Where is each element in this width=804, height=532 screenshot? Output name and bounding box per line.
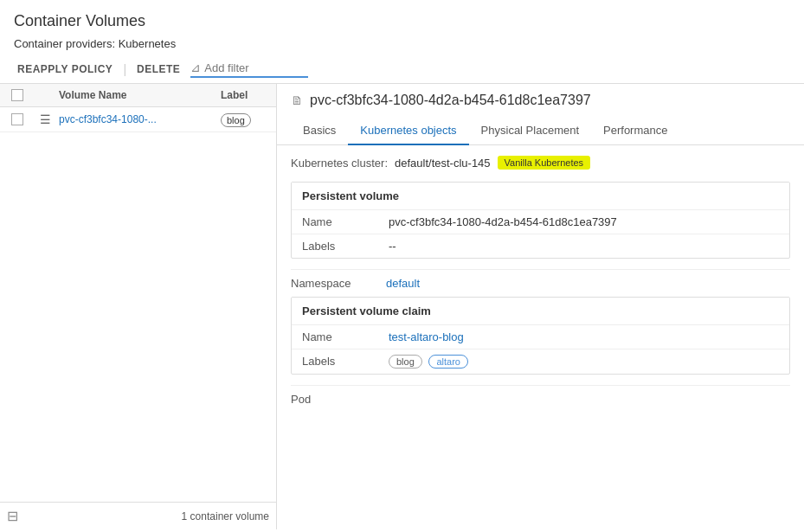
detail-title: 🗎 pvc-cf3bfc34-1080-4d2a-b454-61d8c1ea73… bbox=[291, 93, 790, 108]
table-row[interactable]: ☰ pvc-cf3bfc34-1080-... blog bbox=[0, 107, 276, 132]
pvc-title: Persistent volume claim bbox=[292, 298, 789, 324]
filter-icon: ⊿ bbox=[190, 61, 201, 74]
tag-blog: blog bbox=[389, 355, 422, 369]
breadcrumb-value: Kubernetes bbox=[119, 37, 177, 50]
tab-physical-placement[interactable]: Physical Placement bbox=[469, 117, 591, 145]
delete-button[interactable]: DELETE bbox=[133, 61, 183, 77]
header-volume-name: Volume Name bbox=[59, 89, 221, 101]
k8s-cluster-value: default/test-clu-145 bbox=[395, 157, 491, 170]
pv-name-label: Name bbox=[302, 215, 389, 228]
page-title: Container Volumes bbox=[14, 12, 790, 30]
reapply-policy-button[interactable]: REAPPLY POLICY bbox=[14, 61, 116, 77]
pv-labels-row: Labels -- bbox=[292, 234, 789, 258]
namespace-row: Namespace default bbox=[291, 269, 790, 297]
right-panel: 🗎 pvc-cf3bfc34-1080-4d2a-b454-61d8c1ea73… bbox=[277, 84, 804, 529]
filter-area: ⊿ bbox=[190, 61, 308, 78]
filter-input[interactable] bbox=[204, 61, 308, 74]
persistent-volume-rows: Name pvc-cf3bfc34-1080-4d2a-b454-61d8c1e… bbox=[292, 209, 789, 258]
tab-kubernetes-objects[interactable]: Kubernetes objects bbox=[348, 117, 468, 145]
pvc-labels-value: blog altaro bbox=[389, 355, 779, 369]
row-type-icon: ☰ bbox=[31, 112, 59, 126]
detail-content: Kubernetes cluster: default/test-clu-145… bbox=[277, 145, 804, 529]
namespace-value[interactable]: default bbox=[386, 277, 420, 290]
k8s-badge: Vanilla Kubernetes bbox=[498, 156, 591, 170]
pvc-labels-label: Labels bbox=[302, 355, 389, 368]
tag-altaro: altaro bbox=[428, 355, 468, 369]
row-volume-name[interactable]: pvc-cf3bfc34-1080-... bbox=[59, 113, 221, 125]
collapse-button[interactable]: ⊟ bbox=[7, 508, 18, 524]
kubernetes-cluster-row: Kubernetes cluster: default/test-clu-145… bbox=[291, 156, 790, 170]
header-checkbox-col bbox=[3, 89, 31, 101]
pvc-name-value[interactable]: test-altaro-blog bbox=[389, 330, 779, 343]
row-checkbox[interactable] bbox=[3, 113, 31, 125]
left-panel: Volume Name Label ☰ pvc-cf3bfc34-1080-..… bbox=[0, 84, 277, 529]
detail-title-icon: 🗎 bbox=[291, 93, 303, 107]
tab-performance[interactable]: Performance bbox=[591, 117, 679, 145]
label-tag: blog bbox=[221, 113, 251, 127]
pvc-rows: Name test-altaro-blog Labels blog altaro bbox=[292, 324, 789, 374]
namespace-label: Namespace bbox=[291, 277, 386, 290]
volume-count: 1 container volume bbox=[182, 510, 269, 522]
page-header: Container Volumes Container providers: K… bbox=[0, 0, 804, 55]
tabs: Basics Kubernetes objects Physical Place… bbox=[277, 117, 804, 145]
header-label: Label bbox=[221, 89, 273, 101]
pvc-labels-row: Labels blog altaro bbox=[292, 349, 789, 374]
toolbar-divider: | bbox=[123, 62, 126, 76]
breadcrumb-label: Container providers: bbox=[14, 37, 115, 50]
pv-labels-label: Labels bbox=[302, 240, 389, 253]
k8s-cluster-label: Kubernetes cluster: bbox=[291, 157, 388, 170]
detail-title-text: pvc-cf3bfc34-1080-4d2a-b454-61d8c1ea7397 bbox=[310, 93, 591, 108]
pvc-name-label: Name bbox=[302, 330, 389, 343]
pv-labels-value: -- bbox=[389, 240, 779, 253]
pvc-name-row: Name test-altaro-blog bbox=[292, 324, 789, 349]
breadcrumb: Container providers: Kubernetes bbox=[14, 37, 790, 50]
pvc-section: Persistent volume claim Name test-altaro… bbox=[291, 297, 790, 375]
toolbar: REAPPLY POLICY | DELETE ⊿ bbox=[0, 55, 804, 84]
tab-basics[interactable]: Basics bbox=[291, 117, 348, 145]
row-label: blog bbox=[221, 113, 273, 126]
persistent-volume-title: Persistent volume bbox=[292, 183, 789, 209]
persistent-volume-section: Persistent volume Name pvc-cf3bfc34-1080… bbox=[291, 182, 790, 259]
pod-row: Pod bbox=[291, 385, 790, 409]
volume-icon: ☰ bbox=[40, 112, 51, 126]
pv-name-value: pvc-cf3bfc34-1080-4d2a-b454-61d8c1ea7397 bbox=[389, 215, 779, 228]
main-layout: Volume Name Label ☰ pvc-cf3bfc34-1080-..… bbox=[0, 84, 804, 529]
left-footer: ⊟ 1 container volume bbox=[0, 502, 276, 529]
pod-label: Pod bbox=[291, 393, 343, 406]
table-header: Volume Name Label bbox=[0, 84, 276, 107]
pv-name-row: Name pvc-cf3bfc34-1080-4d2a-b454-61d8c1e… bbox=[292, 209, 789, 234]
detail-header: 🗎 pvc-cf3bfc34-1080-4d2a-b454-61d8c1ea73… bbox=[277, 84, 804, 117]
select-all-checkbox[interactable] bbox=[11, 89, 23, 101]
